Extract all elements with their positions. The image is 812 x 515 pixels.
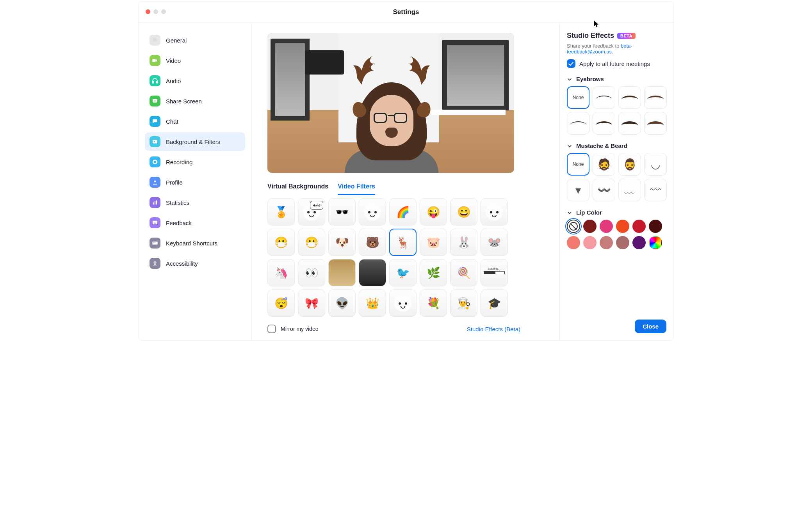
svg-rect-13 xyxy=(153,221,157,224)
eyebrow-option-none[interactable]: None xyxy=(567,86,589,109)
eyebrow-option-brow-straight[interactable] xyxy=(644,112,667,135)
feedback-icon xyxy=(150,217,160,228)
sidebar-item-share-screen[interactable]: Share Screen xyxy=(145,92,245,110)
filter-tile-speech-huh[interactable]: Huh? xyxy=(298,198,325,226)
mustache-option-handlebar[interactable]: 〰 xyxy=(644,179,667,201)
filter-tile-dark-room-frame[interactable] xyxy=(359,259,386,286)
mustache-option-mustache-thin[interactable]: ﹏ xyxy=(618,179,641,201)
section-toggle-mustache-beard[interactable]: Mustache & Beard xyxy=(567,142,666,149)
mustache-option-none[interactable]: None xyxy=(567,153,589,176)
filter-tile-pig-ears[interactable]: 🐷 xyxy=(420,229,447,256)
lip-color-pink[interactable] xyxy=(583,236,597,249)
mustache-option-soul-patch[interactable]: ▾ xyxy=(567,179,589,201)
window-zoom-button[interactable] xyxy=(161,9,166,14)
eyebrow-option-brow-angled[interactable] xyxy=(567,112,589,135)
sidebar-item-accessibility[interactable]: Accessibility xyxy=(145,254,245,273)
window-minimize-button[interactable] xyxy=(153,9,158,14)
mustache-option-full-beard[interactable]: 🧔 xyxy=(593,153,615,176)
filter-tile-sleeping-zzz[interactable]: 😴 xyxy=(267,289,295,317)
eyebrow-option-brow-dark[interactable] xyxy=(593,112,615,135)
eyebrow-option-brow-thick[interactable] xyxy=(618,112,641,135)
eyebrow-option-brow-arched[interactable] xyxy=(593,86,615,109)
mustache-option-goatee[interactable]: 🧔‍♂️ xyxy=(618,153,641,176)
filter-tile-face-mask-white[interactable]: 😷 xyxy=(267,229,295,256)
mirror-video-label: Mirror my video xyxy=(281,326,318,332)
open-studio-effects-link[interactable]: Studio Effects (Beta) xyxy=(467,326,520,332)
filter-tile-big-smile[interactable]: 😄 xyxy=(450,198,477,226)
tab-virtual-backgrounds[interactable]: Virtual Backgrounds xyxy=(267,180,328,195)
profile-icon xyxy=(150,177,160,188)
filter-tile-blank-face[interactable] xyxy=(481,198,508,226)
lip-color-red[interactable] xyxy=(632,220,646,233)
sidebar-item-chat[interactable]: Chat xyxy=(145,112,245,131)
sidebar-item-label: Accessibility xyxy=(166,260,198,267)
filter-tile-cute-face[interactable] xyxy=(359,198,386,226)
window-close-button[interactable] xyxy=(146,9,150,14)
section-toggle-lip-color[interactable]: Lip Color xyxy=(567,209,666,216)
filter-tile-bear-ears[interactable]: 🐻 xyxy=(359,229,386,256)
filter-tile-graduation-cap[interactable]: 🎓 xyxy=(481,289,508,317)
filter-tile-puppy-ears[interactable]: 🐶 xyxy=(328,229,356,256)
mirror-video-checkbox[interactable] xyxy=(267,325,276,333)
sidebar-item-label: Feedback xyxy=(166,220,192,226)
sidebar-item-label: Profile xyxy=(166,179,183,186)
lip-color-purple[interactable] xyxy=(632,236,646,249)
chevron-down-icon xyxy=(567,76,572,82)
filter-tile-cartoon-eyes[interactable]: 👀 xyxy=(298,259,325,286)
mustache-option-chin-strap[interactable]: ◡ xyxy=(644,153,667,176)
filter-tile-chef-hat[interactable]: 👨‍🍳 xyxy=(450,289,477,317)
sidebar-item-general[interactable]: General xyxy=(145,31,245,50)
lip-color-wine[interactable] xyxy=(583,220,597,233)
filter-tile-green-antennae[interactable]: 👽 xyxy=(328,289,356,317)
filter-tile-gold-photo-frame[interactable] xyxy=(328,259,356,286)
filter-tile-lollipops-swirl[interactable]: 🍭 xyxy=(450,259,477,286)
sidebar-item-audio[interactable]: Audio xyxy=(145,71,245,90)
sidebar-item-video[interactable]: Video xyxy=(145,51,245,70)
section-toggle-eyebrows[interactable]: Eyebrows xyxy=(567,76,666,82)
eyebrow-option-brow-flat[interactable] xyxy=(618,86,641,109)
filter-tile-leafy-branch[interactable]: 🌿 xyxy=(420,259,447,286)
lip-color-rainbow[interactable] xyxy=(649,236,662,249)
record-icon xyxy=(150,156,160,167)
lip-color-none[interactable] xyxy=(567,220,580,233)
sidebar-item-recording[interactable]: Recording xyxy=(145,153,245,171)
filter-tile-mouse-ears[interactable]: 🐭 xyxy=(481,229,508,256)
svg-point-20 xyxy=(155,261,156,262)
sidebar-item-label: Video xyxy=(166,57,181,64)
lip-color-orange[interactable] xyxy=(616,220,629,233)
lip-color-coral[interactable] xyxy=(567,236,580,249)
filter-tile-rainbow-headband[interactable]: 🌈 xyxy=(389,198,417,226)
filter-tile-cockatiel-bird[interactable]: 🐦 xyxy=(389,259,417,286)
filter-tile-mustache-face[interactable] xyxy=(389,289,417,317)
chat-icon xyxy=(150,116,160,127)
filter-tile-red-bow[interactable]: 🎀 xyxy=(298,289,325,317)
sidebar-item-label: Audio xyxy=(166,78,181,84)
sidebar-item-feedback[interactable]: Feedback xyxy=(145,213,245,232)
lip-color-mauve[interactable] xyxy=(616,236,629,249)
lip-color-magenta[interactable] xyxy=(600,220,613,233)
filter-tile-gold-crown[interactable]: 👑 xyxy=(359,289,386,317)
mustache-option-mustache-thick[interactable]: 〰️ xyxy=(593,179,615,201)
sidebar-item-profile[interactable]: Profile xyxy=(145,173,245,192)
filter-tile-award-ribbon[interactable]: 🏅 xyxy=(267,198,295,226)
apply-all-meetings-checkbox[interactable] xyxy=(567,59,575,68)
sidebar-item-keyboard-shortcuts[interactable]: Keyboard Shortcuts xyxy=(145,234,245,252)
close-button[interactable]: Close xyxy=(635,320,666,333)
sidebar-item-background-filters[interactable]: Background & Filters xyxy=(145,132,245,151)
tab-video-filters[interactable]: Video Filters xyxy=(338,180,375,195)
lip-color-rose[interactable] xyxy=(600,236,613,249)
sidebar-item-statistics[interactable]: Statistics xyxy=(145,193,245,212)
reindeer-antler-icon xyxy=(344,48,385,89)
eyebrow-option-brow-slim[interactable] xyxy=(644,86,667,109)
filter-tile-bunny-ears[interactable]: 🐰 xyxy=(450,229,477,256)
window-title: Settings xyxy=(139,8,673,16)
lip-color-maroon[interactable] xyxy=(649,220,662,233)
svg-point-9 xyxy=(154,181,156,183)
filter-tile-reindeer[interactable]: 🦌 xyxy=(389,229,417,256)
filter-tile-face-mask-teal[interactable]: 😷 xyxy=(298,229,325,256)
filter-tile-unicorn-horn[interactable]: 🦄 xyxy=(267,259,295,286)
filter-tile-hydrangea-flower[interactable]: 💐 xyxy=(420,289,447,317)
filter-tile-loading-bar[interactable]: Loading… xyxy=(481,259,508,286)
filter-tile-pixel-sunglasses[interactable]: 🕶️ xyxy=(328,198,356,226)
filter-tile-wink-tongue[interactable]: 😜 xyxy=(420,198,447,226)
